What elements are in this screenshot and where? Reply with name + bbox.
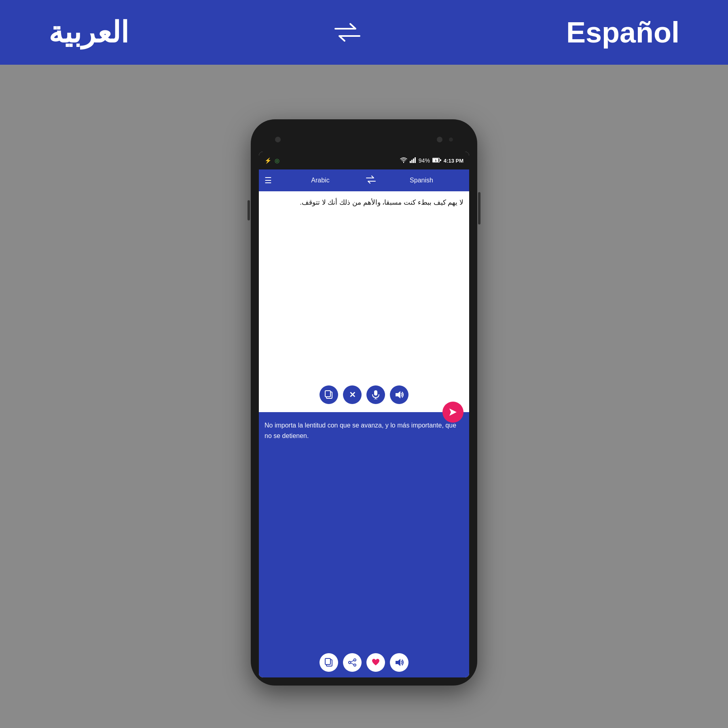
share-button[interactable] — [343, 653, 362, 672]
phone-top-bar — [259, 127, 469, 152]
svg-rect-8 — [325, 391, 330, 397]
battery-percent: 94% — [419, 157, 430, 164]
wifi-icon — [400, 157, 407, 164]
header-source-lang[interactable]: العربية — [49, 15, 129, 49]
svg-rect-3 — [415, 157, 416, 163]
phone-front-camera — [437, 137, 442, 142]
signal-icon — [410, 157, 416, 164]
header-target-lang[interactable]: Español — [566, 16, 679, 49]
main-content: ⚡ ◎ — [0, 65, 728, 728]
source-text[interactable]: لا يهم كيف ببطء كنت مسبقا، والأهم من ذلك… — [265, 197, 463, 381]
nav-target-lang[interactable]: Spanish — [379, 177, 463, 184]
speaker-translation-button[interactable] — [390, 653, 408, 672]
svg-rect-6 — [440, 159, 441, 161]
translation-action-buttons — [265, 649, 463, 672]
svg-line-20 — [351, 663, 353, 665]
svg-rect-15 — [325, 658, 330, 665]
status-left-icons: ⚡ ◎ — [265, 157, 279, 164]
status-right-info: 94% 4:13 PM — [400, 157, 463, 164]
app-nav-bar: ☰ Arabic Spanish — [259, 169, 469, 191]
svg-rect-1 — [411, 160, 413, 163]
phone-power-button — [478, 192, 480, 224]
phone-screen: ⚡ ◎ — [259, 152, 469, 677]
app-icon: ◎ — [275, 157, 279, 164]
svg-point-18 — [354, 664, 356, 666]
battery-icon — [432, 157, 441, 164]
svg-line-19 — [351, 660, 353, 662]
nav-swap-button[interactable] — [366, 176, 376, 186]
source-panel: لا يهم كيف ببطء كنت مسبقا، والأهم من ذلك… — [259, 191, 469, 412]
svg-rect-2 — [413, 159, 414, 163]
menu-button[interactable]: ☰ — [265, 176, 272, 185]
usb-icon: ⚡ — [265, 157, 271, 164]
mic-button[interactable] — [366, 385, 385, 404]
phone-camera — [275, 137, 281, 142]
clear-source-button[interactable]: ✕ — [343, 385, 362, 404]
svg-point-16 — [354, 659, 356, 661]
header-swap-icon[interactable] — [333, 22, 362, 42]
svg-marker-12 — [396, 391, 400, 398]
svg-rect-0 — [410, 161, 411, 163]
favorite-button[interactable] — [366, 653, 385, 672]
send-translate-button[interactable] — [442, 402, 463, 423]
status-bar: ⚡ ◎ — [259, 152, 469, 169]
copy-source-button[interactable] — [320, 385, 338, 404]
svg-rect-9 — [374, 390, 377, 396]
phone-mockup: ⚡ ◎ — [251, 119, 477, 686]
phone-dot — [449, 138, 453, 142]
svg-marker-13 — [449, 408, 457, 416]
svg-marker-21 — [396, 659, 400, 666]
speaker-source-button[interactable] — [390, 385, 408, 404]
svg-point-17 — [349, 661, 351, 663]
phone-volume-button — [248, 200, 250, 220]
translation-text: No importa la lentitud con que se avanza… — [265, 420, 463, 649]
copy-translation-button[interactable] — [320, 653, 338, 672]
nav-source-lang[interactable]: Arabic — [278, 177, 362, 184]
status-time: 4:13 PM — [444, 158, 463, 164]
top-header: العربية Español — [0, 0, 728, 65]
source-action-buttons: ✕ — [265, 381, 463, 406]
translation-panel: No importa la lentitud con que se avanza… — [259, 412, 469, 677]
